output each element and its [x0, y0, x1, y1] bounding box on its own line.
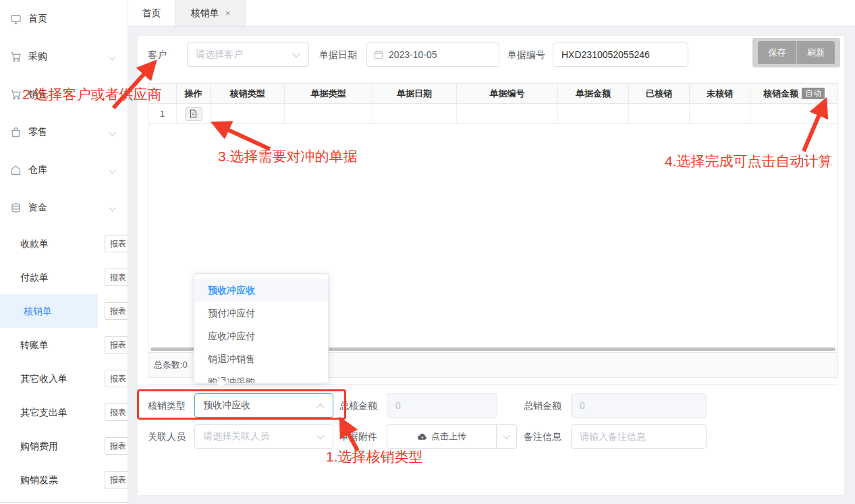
report-button[interactable]: 报表 [105, 302, 128, 320]
report-button[interactable]: 报表 [105, 437, 128, 455]
table-header-doc-no: 单据编号 [457, 84, 558, 104]
related-person-label: 关联人员 [148, 424, 186, 449]
row-empty-cell [690, 104, 750, 124]
writeoff-type-select[interactable]: 预收冲应收 [194, 393, 333, 418]
report-button[interactable]: 报表 [105, 336, 128, 354]
upload-button[interactable]: 点击上传 [387, 430, 496, 443]
date-value: 2023-10-05 [389, 49, 437, 60]
date-input[interactable]: 2023-10-05 [366, 43, 499, 67]
sidebar-item-label: 首页 [28, 13, 47, 25]
chevron-down-icon [503, 432, 510, 439]
table-header-doc-type: 单据类型 [285, 84, 373, 104]
total-sale-label: 总销金额 [524, 393, 561, 418]
auto-calculate-button[interactable]: 自动 [802, 88, 825, 99]
sidebar-subitem-label: 付款单 [20, 260, 49, 294]
total-check-input[interactable] [387, 393, 497, 418]
table-header-doc-date: 单据日期 [373, 84, 457, 104]
upload-dropdown-toggle[interactable] [496, 425, 516, 448]
sidebar-subitem-label: 购销发票 [20, 463, 58, 497]
sidebar-subitem-other-income[interactable]: 其它收入单 报表 [0, 362, 128, 395]
dropdown-option-receivable-payable[interactable]: 应收冲应付 [194, 325, 328, 347]
sidebar-item-label: 资金 [28, 202, 47, 214]
sidebar-subitem-payment[interactable]: 付款单 报表 [0, 260, 128, 294]
calendar-icon [374, 50, 383, 59]
table-header-index [148, 84, 177, 104]
sidebar-item-home[interactable]: 首页 [0, 0, 128, 38]
close-icon[interactable]: × [225, 9, 231, 18]
chevron-down-icon [292, 50, 300, 57]
warehouse-icon [9, 164, 22, 176]
sidebar-item-funds[interactable]: 资金 [0, 189, 128, 227]
toolbar-button-group: 保存 刷新 [752, 38, 840, 67]
customer-select[interactable]: 请选择客户 [187, 43, 309, 67]
total-check-label: 总核金额 [339, 393, 377, 418]
sidebar-item-retail[interactable]: 零售 [0, 113, 128, 151]
monitor-icon [9, 13, 22, 25]
writeoff-amount-label: 核销金额 [763, 88, 798, 100]
docno-label: 单据编号 [507, 43, 545, 67]
table-header-doc-amount: 单据金额 [558, 84, 629, 104]
tab-writeoff[interactable]: 核销单 × [175, 0, 246, 26]
chevron-down-icon [109, 92, 116, 99]
row-empty-cell [750, 104, 837, 124]
report-button[interactable]: 报表 [105, 370, 128, 387]
related-person-select[interactable]: 请选择关联人员 [194, 424, 333, 449]
tab-bar: 首页 核销单 × [128, 0, 855, 27]
sidebar-subitem-trade-fees[interactable]: 购销费用 报表 [0, 429, 128, 463]
sidebar-subitem-label: 收款单 [20, 227, 49, 260]
row-empty-cell [285, 104, 373, 124]
chevron-down-icon [109, 167, 116, 174]
sidebar-item-label: 仓库 [28, 164, 47, 176]
tab-home[interactable]: 首页 [128, 0, 175, 26]
sidebar-divider [0, 502, 128, 503]
sidebar-item-label: 销售 [28, 88, 47, 101]
row-empty-cell [457, 104, 558, 124]
sidebar-item-label: 零售 [28, 126, 47, 138]
sidebar-subitem-receipt[interactable]: 收款单 报表 [0, 227, 128, 260]
dropdown-option-sales-return[interactable]: 销退冲销售 [194, 347, 328, 370]
table-header-action: 操作 [177, 84, 211, 104]
row-action-cell [177, 104, 211, 124]
sidebar-item-label: 采购 [28, 51, 47, 63]
sidebar: 首页 采购 销售 零售 仓库 [0, 0, 128, 504]
remark-input[interactable] [571, 424, 707, 449]
chevron-down-icon [316, 432, 324, 439]
docno-input[interactable] [553, 43, 688, 67]
save-button[interactable]: 保存 [758, 41, 796, 64]
cart-icon [9, 51, 22, 63]
report-button[interactable]: 报表 [105, 269, 128, 286]
app-window: 首页 采购 销售 零售 仓库 [0, 0, 855, 504]
related-person-placeholder: 请选择关联人员 [203, 430, 269, 443]
sidebar-subitem-other-expense[interactable]: 其它支出单 报表 [0, 395, 128, 429]
tab-label: 首页 [142, 7, 161, 20]
refresh-button[interactable]: 刷新 [796, 41, 835, 64]
table-header-writeoff-amount: 核销金额 自动 [750, 84, 837, 104]
row-empty-cell [373, 104, 457, 124]
sidebar-subitem-transfer[interactable]: 转账单 报表 [0, 328, 128, 362]
sidebar-subitem-label: 其它收入单 [20, 362, 67, 395]
chevron-up-icon [316, 403, 324, 411]
sidebar-item-purchase[interactable]: 采购 [0, 38, 128, 76]
dropdown-option-prereceive[interactable]: 预收冲应收 [194, 279, 328, 302]
report-button[interactable]: 报表 [105, 403, 128, 421]
sidebar-item-warehouse[interactable]: 仓库 [0, 151, 128, 189]
dropdown-option-purchase-return[interactable]: 购退冲采购 [194, 370, 328, 383]
customer-placeholder: 请选择客户 [196, 49, 243, 61]
table-header-written-off: 已核销 [629, 84, 690, 104]
writeoff-type-value: 预收冲应收 [203, 399, 250, 412]
sidebar-subitem-trade-invoice[interactable]: 购销发票 报表 [0, 463, 128, 497]
tab-label: 核销单 [191, 7, 219, 20]
upload-control: 点击上传 [387, 424, 517, 449]
total-sale-input[interactable] [571, 393, 707, 418]
dropdown-option-prepay[interactable]: 预付冲应付 [194, 302, 328, 325]
table-row: 1 [148, 104, 837, 124]
select-document-button[interactable] [185, 107, 202, 121]
document-icon [190, 109, 197, 118]
report-button[interactable]: 报表 [105, 471, 128, 488]
table-header-row: 操作 核销类型 单据类型 单据日期 单据编号 单据金额 已核销 未核销 核销金额… [148, 84, 837, 104]
sidebar-subitem-writeoff[interactable]: 核销单 报表 [0, 294, 128, 328]
sidebar-item-sales[interactable]: 销售 [0, 76, 128, 113]
chevron-down-icon [109, 205, 116, 212]
report-button[interactable]: 报表 [105, 235, 128, 252]
sidebar-subitem-label: 购销费用 [20, 429, 58, 463]
